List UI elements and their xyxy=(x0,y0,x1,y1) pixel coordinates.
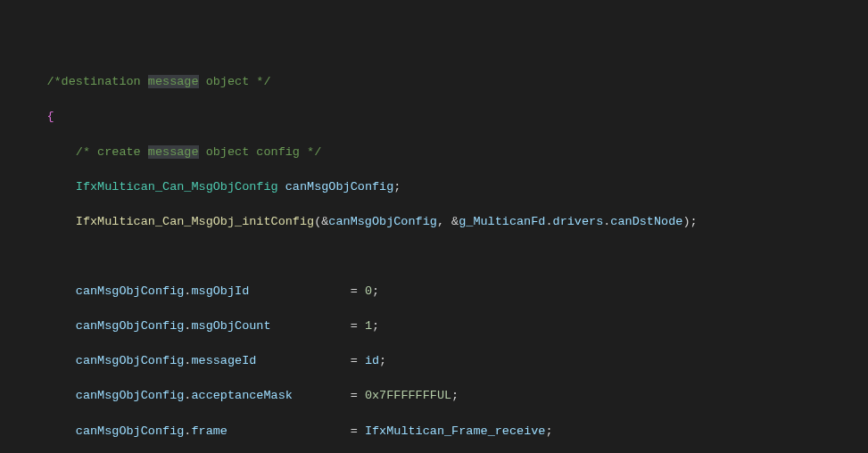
field: msgObjCount xyxy=(191,319,270,333)
type-name: IfxMultican_Can_MsgObjConfig xyxy=(76,180,278,194)
variable: canMsgObjConfig xyxy=(76,319,185,333)
code-line[interactable]: IfxMultican_Can_MsgObj_initConfig(&canMs… xyxy=(0,213,868,231)
variable: canMsgObjConfig xyxy=(76,354,185,367)
code-line[interactable] xyxy=(0,248,868,266)
code-line[interactable]: canMsgObjConfig.msgObjCount = 1; xyxy=(0,317,868,335)
number-literal: 1 xyxy=(365,319,372,333)
code-line[interactable]: { xyxy=(0,108,868,126)
comment: /* create message object config */ xyxy=(76,145,321,159)
field: msgObjId xyxy=(191,284,249,298)
number-literal: 0 xyxy=(365,284,372,298)
variable: canMsgObjConfig xyxy=(76,389,185,402)
field: messageId xyxy=(191,354,256,367)
number-literal: 0x7FFFFFFFUL xyxy=(365,389,451,402)
search-highlight: message xyxy=(148,75,199,88)
variable: g_MulticanFd xyxy=(459,215,545,228)
code-line[interactable]: /* create message object config */ xyxy=(0,144,868,161)
code-line[interactable]: /*destination message object */ xyxy=(0,73,868,91)
variable: canMsgObjConfig xyxy=(285,180,394,194)
variable: canMsgObjConfig xyxy=(76,284,185,298)
brace-open: { xyxy=(46,110,54,123)
code-line[interactable]: IfxMultican_Can_MsgObjConfig canMsgObjCo… xyxy=(0,178,868,196)
field: acceptanceMask xyxy=(191,389,292,402)
field: frame xyxy=(191,424,227,438)
function-call: IfxMultican_Can_MsgObj_initConfig xyxy=(76,215,314,228)
variable: canDstNode xyxy=(610,215,682,228)
code-line[interactable]: canMsgObjConfig.frame = IfxMultican_Fram… xyxy=(0,423,868,441)
search-highlight: message xyxy=(148,145,199,159)
variable: canMsgObjConfig xyxy=(328,215,437,228)
code-line[interactable]: canMsgObjConfig.acceptanceMask = 0x7FFFF… xyxy=(0,387,868,405)
code-line[interactable]: canMsgObjConfig.messageId = id; xyxy=(0,352,868,370)
variable: canMsgObjConfig xyxy=(76,424,185,438)
enum-value: IfxMultican_Frame_receive xyxy=(365,424,546,438)
variable: drivers xyxy=(553,215,604,228)
variable: id xyxy=(365,354,379,367)
code-line[interactable]: canMsgObjConfig.msgObjId = 0; xyxy=(0,283,868,301)
comment: /*destination message object */ xyxy=(46,75,270,88)
